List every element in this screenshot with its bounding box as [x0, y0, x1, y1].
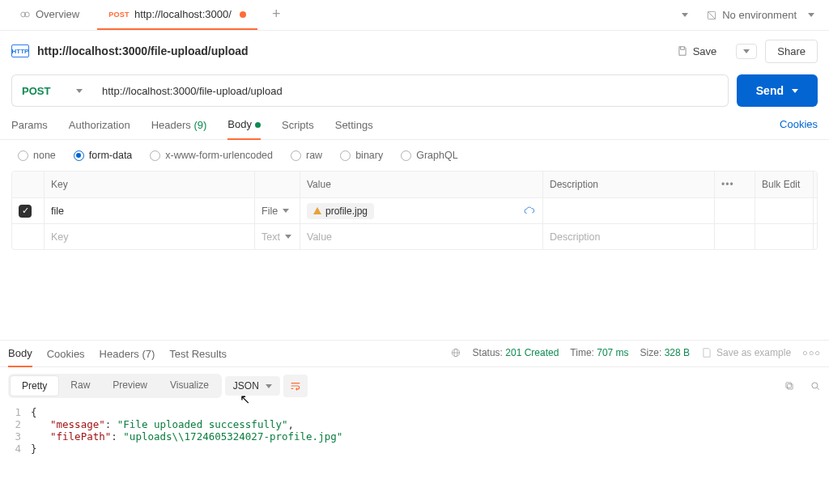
bodytype-graphql[interactable]: GraphQL — [401, 150, 457, 161]
key-placeholder[interactable]: Key — [45, 224, 255, 249]
resp-tab-headers[interactable]: Headers (7) — [100, 348, 155, 366]
kv-header-row: Key Value Description ••• Bulk Edit — [12, 172, 817, 197]
col-description: Description — [543, 172, 715, 197]
chevron-down-icon — [285, 235, 291, 239]
line-wrap-button[interactable] — [283, 375, 308, 397]
response-tabs: Body Cookies Headers (7) Test Results St… — [0, 341, 829, 367]
chevron-down-icon — [808, 13, 814, 17]
wrap-icon — [289, 379, 302, 392]
chevron-down-icon — [76, 89, 83, 93]
new-tab-button[interactable]: + — [264, 0, 289, 30]
chevron-down-icon — [743, 49, 750, 53]
size-value: 328 B — [665, 347, 690, 358]
value-cell[interactable]: profile.jpg — [300, 198, 543, 223]
cookies-link[interactable]: Cookies — [780, 118, 818, 130]
tab-overview[interactable]: Overview — [8, 0, 91, 30]
save-icon — [701, 347, 712, 358]
value-placeholder[interactable]: Value — [300, 224, 543, 249]
columns-menu-icon[interactable]: ••• — [715, 172, 755, 197]
tab-overflow-chevron-icon[interactable] — [682, 13, 688, 17]
tab-request-url: http://localhost:3000/ — [134, 8, 232, 20]
svg-rect-7 — [788, 384, 793, 389]
chevron-down-icon — [792, 89, 798, 93]
key-cell[interactable]: file — [45, 198, 255, 223]
tab-settings[interactable]: Settings — [335, 119, 373, 139]
view-raw[interactable]: Raw — [59, 375, 101, 396]
format-selector[interactable]: JSON — [225, 376, 280, 396]
tab-scripts[interactable]: Scripts — [282, 119, 314, 139]
response-body-viewer[interactable]: 1{ 2 "message": "File uploaded successfu… — [0, 404, 829, 460]
send-label: Send — [756, 84, 784, 97]
file-name: profile.jpg — [325, 205, 368, 217]
view-visualize[interactable]: Visualize — [159, 375, 220, 396]
bodytype-none[interactable]: none — [18, 150, 56, 161]
view-preview[interactable]: Preview — [101, 375, 159, 396]
save-dropdown-button[interactable] — [736, 44, 757, 59]
http-badge-icon: HTTP — [11, 44, 29, 57]
environment-selector[interactable]: No environment — [699, 6, 821, 24]
method-selector[interactable]: POST — [11, 74, 92, 107]
request-title[interactable]: http://localhost:3000/file-upload/upload — [37, 44, 249, 57]
form-data-table: Key Value Description ••• Bulk Edit ✓ fi… — [11, 171, 818, 250]
response-meta: Status: 201 Created Time: 707 ms Size: 3… — [450, 347, 821, 358]
tab-body[interactable]: Body — [227, 118, 261, 140]
globe-icon[interactable] — [450, 347, 461, 358]
col-key: Key — [45, 172, 255, 197]
search-icon[interactable] — [810, 380, 821, 392]
headers-count: (9) — [193, 119, 206, 131]
status-value: 201 Created — [505, 347, 559, 358]
type-selector[interactable]: File — [255, 198, 300, 223]
tab-authorization[interactable]: Authorization — [69, 119, 130, 139]
table-row: ✓ file File profile.jpg — [12, 197, 817, 223]
bodytype-raw[interactable]: raw — [291, 150, 322, 161]
share-label: Share — [777, 45, 806, 57]
svg-line-3 — [708, 11, 716, 19]
response-toolbar: Pretty Raw Preview Visualize JSON — [0, 367, 829, 404]
tab-headers[interactable]: Headers (9) — [151, 119, 207, 139]
environment-label: No environment — [722, 9, 797, 21]
view-pretty[interactable]: Pretty — [10, 375, 59, 396]
overview-icon — [19, 9, 31, 20]
top-tab-bar: Overview POST http://localhost:3000/ + N… — [0, 0, 829, 31]
time-value: 707 ms — [597, 347, 628, 358]
bodytype-xwww[interactable]: x-www-form-urlencoded — [150, 150, 273, 161]
svg-point-9 — [812, 383, 818, 388]
cloud-sync-icon[interactable] — [523, 205, 536, 218]
description-placeholder[interactable]: Description — [543, 224, 715, 249]
chevron-down-icon — [283, 209, 289, 213]
resp-tab-test-results[interactable]: Test Results — [169, 348, 227, 366]
view-mode-group: Pretty Raw Preview Visualize — [8, 374, 222, 398]
row-enable-checkbox[interactable]: ✓ — [19, 205, 32, 218]
save-button[interactable]: Save — [665, 40, 729, 62]
send-button[interactable]: Send — [737, 74, 818, 107]
tab-params[interactable]: Params — [11, 119, 48, 139]
resp-tab-body[interactable]: Body — [8, 347, 32, 367]
table-row: Key Text Value Description — [12, 223, 817, 249]
resp-tab-cookies[interactable]: Cookies — [47, 348, 85, 366]
response-more-icon[interactable]: ○○○ — [802, 348, 821, 358]
bodytype-binary[interactable]: binary — [340, 150, 383, 161]
share-button[interactable]: Share — [765, 40, 818, 63]
tab-overview-label: Overview — [36, 8, 79, 20]
unsaved-dot-icon — [240, 11, 246, 18]
resp-headers-count: (7) — [142, 348, 155, 360]
method-value: POST — [22, 85, 50, 97]
file-chip[interactable]: profile.jpg — [307, 203, 374, 219]
body-indicator-dot-icon — [255, 122, 261, 128]
copy-icon[interactable] — [784, 380, 795, 392]
request-tabs: Params Authorization Headers (9) Body Sc… — [0, 107, 829, 140]
svg-rect-8 — [786, 383, 791, 388]
bodytype-form-data[interactable]: form-data — [74, 150, 133, 161]
svg-line-10 — [817, 388, 818, 389]
description-cell[interactable] — [543, 198, 715, 223]
save-as-example-button[interactable]: Save as example — [701, 347, 791, 358]
url-input[interactable] — [92, 74, 729, 107]
url-row: POST Send — [11, 74, 818, 107]
col-value: Value — [300, 172, 543, 197]
bulk-edit-button[interactable]: Bulk Edit — [755, 172, 814, 197]
body-type-row: none form-data x-www-form-urlencoded raw… — [0, 140, 829, 171]
tab-request-active[interactable]: POST http://localhost:3000/ — [97, 0, 257, 30]
response-panel: Body Cookies Headers (7) Test Results St… — [0, 340, 829, 504]
type-selector[interactable]: Text — [255, 224, 300, 249]
save-label: Save — [693, 45, 717, 57]
